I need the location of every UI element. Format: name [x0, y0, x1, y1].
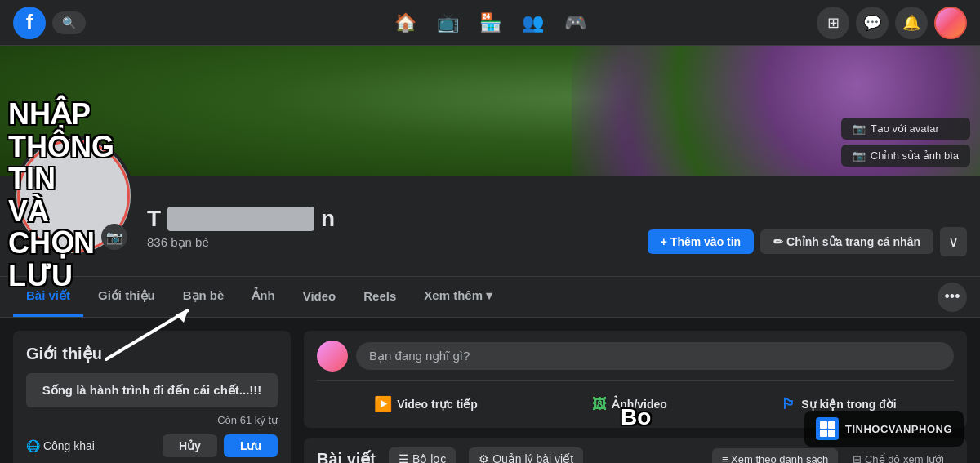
- cover-photo-area: 📷 Tạo với avatar 📷 Chỉnh sửa ảnh bìa: [0, 46, 980, 176]
- edit-profile-button[interactable]: ✏ Chỉnh sửa trang cá nhân: [760, 229, 933, 254]
- intro-action-row: Hủy Lưu: [163, 434, 278, 457]
- tab-photos[interactable]: Ảnh: [238, 277, 287, 317]
- marketplace-nav-icon[interactable]: 🏪: [470, 3, 510, 42]
- groups-nav-icon[interactable]: 👥: [513, 3, 552, 42]
- tab-friends[interactable]: Bạn bè: [170, 277, 238, 317]
- profile-tabs: Bài viết Giới thiệu Bạn bè Ảnh Video Ree…: [0, 277, 980, 318]
- bio-text-box[interactable]: Sống là hành trình đi đến cái chết...!!!: [26, 373, 278, 407]
- view-options: ≡ Xem theo danh sách ⊞ Chế độ xem lưới: [712, 448, 954, 464]
- manage-posts-button[interactable]: ⚙ Quản lý bài viết: [469, 447, 583, 463]
- posts-title: Bài viết: [317, 449, 376, 463]
- tabs-right: •••: [938, 283, 967, 312]
- more-options-button[interactable]: ∨: [940, 227, 967, 256]
- edit-cover-button[interactable]: 📷 Chỉnh sửa ảnh bìa: [841, 145, 970, 167]
- change-avatar-button[interactable]: 📷: [101, 224, 127, 250]
- intro-privacy-row: 🌐 Công khai Hủy Lưu: [26, 434, 278, 457]
- cover-action-buttons: 📷 Tạo với avatar 📷 Chỉnh sửa ảnh bìa: [841, 118, 970, 167]
- nav-left: f 🔍: [13, 7, 86, 39]
- event-icon: 🏳: [782, 396, 796, 413]
- messenger-button[interactable]: 💬: [856, 7, 889, 39]
- svg-rect-2: [820, 421, 827, 429]
- post-avatar: [317, 341, 348, 372]
- profile-avatar-wrapper: 📷: [13, 136, 134, 256]
- top-navigation: f 🔍 🏠 📺 🏪 👥 🎮 ⊞ 💬 🔔: [0, 0, 980, 46]
- search-icon: 🔍: [62, 16, 76, 29]
- friends-count: 836 bạn bè: [147, 235, 635, 250]
- name-blur-redacted: [167, 207, 314, 231]
- profile-name-row: T n: [147, 206, 635, 232]
- profile-identity: 📷 T n 836 bạn bè + Thêm vào tin ✏ Chỉnh …: [13, 176, 967, 256]
- char-count: Còn 61 ký tự: [26, 414, 278, 426]
- avatar-icon: 📷: [853, 122, 866, 135]
- post-input-row: Bạn đang nghĩ gì?: [317, 341, 954, 381]
- privacy-label[interactable]: 🌐 Công khai: [26, 439, 95, 452]
- filter-button[interactable]: ☰ Bộ lọc: [389, 447, 456, 463]
- profile-info: T n 836 bạn bè: [147, 206, 635, 256]
- svg-rect-4: [820, 430, 827, 437]
- facebook-logo[interactable]: f: [13, 7, 46, 39]
- save-button[interactable]: Lưu: [224, 434, 278, 457]
- post-input-field[interactable]: Bạn đang nghĩ gì?: [356, 342, 954, 370]
- intro-card: Giới thiệu Sống là hành trình đi đến cái…: [13, 331, 291, 463]
- grid-view-button[interactable]: ⊞ Chế độ xem lưới: [843, 448, 954, 464]
- posts-header-left: Bài viết ☰ Bộ lọc ⚙ Quản lý bài viết: [317, 447, 583, 463]
- live-video-button[interactable]: ▶️ Video trực tiếp: [364, 390, 488, 418]
- tabs-list: Bài viết Giới thiệu Bạn bè Ảnh Video Ree…: [13, 277, 506, 317]
- create-avatar-button[interactable]: 📷 Tạo với avatar: [841, 118, 970, 140]
- notifications-button[interactable]: 🔔: [895, 7, 928, 39]
- left-column: Giới thiệu Sống là hành trình đi đến cái…: [13, 331, 291, 463]
- add-to-story-button[interactable]: + Thêm vào tin: [648, 229, 754, 254]
- video-nav-icon[interactable]: 📺: [428, 3, 467, 42]
- home-nav-icon[interactable]: 🏠: [385, 3, 425, 42]
- camera-icon: 📷: [853, 149, 866, 162]
- profile-name: T n: [147, 206, 335, 232]
- gaming-nav-icon[interactable]: 🎮: [555, 3, 595, 42]
- nav-right: ⊞ 💬 🔔: [817, 7, 967, 39]
- tabs-more-button[interactable]: •••: [938, 283, 967, 312]
- watermark: TINHOCVANPHONG: [804, 411, 964, 447]
- photo-icon: 🖼: [592, 396, 607, 413]
- watermark-text-wrap: TINHOCVANPHONG: [845, 423, 952, 435]
- tab-more[interactable]: Xem thêm ▾: [411, 277, 506, 317]
- photo-video-button[interactable]: 🖼 Ảnh/video: [582, 391, 677, 418]
- profile-section: 📷 T n 836 bạn bè + Thêm vào tin ✏ Chỉnh …: [0, 176, 980, 277]
- svg-rect-3: [828, 421, 835, 429]
- svg-rect-5: [828, 430, 835, 437]
- watermark-logo: [816, 417, 839, 440]
- user-avatar-nav[interactable]: [934, 7, 967, 39]
- watermark-name: TINHOCVANPHONG: [845, 423, 952, 435]
- intro-title: Giới thiệu: [26, 344, 278, 363]
- profile-action-buttons: + Thêm vào tin ✏ Chỉnh sửa trang cá nhân…: [648, 227, 967, 256]
- nav-center: 🏠 📺 🏪 👥 🎮: [385, 3, 595, 42]
- video-icon: ▶️: [374, 395, 392, 413]
- tab-videos[interactable]: Video: [290, 278, 350, 317]
- cancel-button[interactable]: Hủy: [163, 434, 217, 457]
- tab-posts[interactable]: Bài viết: [13, 277, 83, 317]
- apps-button[interactable]: ⊞: [817, 7, 849, 39]
- search-bar[interactable]: 🔍: [52, 11, 86, 34]
- tab-reels[interactable]: Reels: [350, 278, 409, 317]
- tab-about[interactable]: Giới thiệu: [85, 277, 168, 317]
- list-view-button[interactable]: ≡ Xem theo danh sách: [712, 448, 838, 464]
